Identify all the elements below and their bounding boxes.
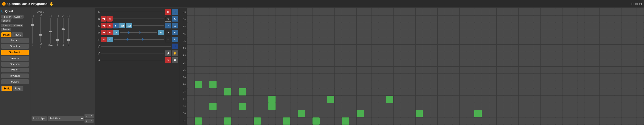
grid-cell[interactable] (622, 59, 629, 66)
grid-cell[interactable] (261, 67, 268, 74)
grid-cell[interactable] (261, 59, 268, 66)
grid-cell[interactable] (496, 45, 504, 52)
grid-cell[interactable] (364, 37, 371, 44)
grid-cell[interactable] (474, 37, 482, 44)
grid-cell[interactable] (401, 67, 408, 74)
grid-cell[interactable] (467, 30, 474, 37)
grid-cell[interactable] (489, 37, 496, 44)
grid-cell[interactable] (379, 67, 386, 74)
grid-cell[interactable] (268, 15, 276, 23)
seq-btn-Z-q2[interactable]: Z (172, 23, 178, 28)
grid-cell[interactable] (445, 96, 452, 103)
grid-cell[interactable] (474, 103, 482, 110)
grid-cell[interactable] (636, 8, 644, 15)
grid-cell[interactable] (585, 118, 592, 125)
grid-cell[interactable] (578, 74, 584, 81)
grid-cell[interactable] (467, 59, 474, 66)
grid-cell[interactable] (312, 15, 320, 23)
grid-cell[interactable] (614, 110, 622, 117)
grid-cell[interactable] (246, 118, 254, 125)
grid-cell[interactable] (254, 37, 261, 44)
grid-cell[interactable] (217, 8, 224, 15)
grid-cell[interactable] (526, 88, 533, 96)
grid-cell[interactable] (460, 67, 467, 74)
grid-cell[interactable] (356, 59, 364, 66)
grid-cell[interactable] (533, 110, 540, 117)
grid-cell[interactable] (401, 103, 408, 110)
grid-cell[interactable] (622, 74, 629, 81)
grid-cell[interactable] (592, 15, 599, 23)
grid-cell[interactable] (327, 45, 334, 52)
grid-cell[interactable] (239, 103, 246, 110)
grid-cell[interactable] (600, 37, 607, 44)
grid-cell[interactable] (548, 103, 555, 110)
grid-cell[interactable] (563, 8, 570, 15)
slider-arrow-4[interactable]: ◁ (56, 15, 58, 18)
grid-cell[interactable] (423, 96, 430, 103)
grid-cell[interactable] (312, 37, 320, 44)
grid-cell[interactable] (578, 59, 584, 66)
grid-cell[interactable] (556, 45, 562, 52)
grid-cell[interactable] (452, 30, 460, 37)
grid-cell[interactable] (585, 52, 592, 59)
grid-cell[interactable] (430, 23, 438, 30)
grid-cell[interactable] (460, 23, 467, 30)
grid-cell[interactable] (379, 118, 386, 125)
grid-cell[interactable] (614, 74, 622, 81)
grid-cell[interactable] (202, 88, 209, 96)
grid-cell[interactable] (452, 96, 460, 103)
grid-cell[interactable] (519, 81, 526, 88)
grid-cell[interactable] (607, 23, 614, 30)
grid-cell[interactable] (474, 81, 482, 88)
grid-cell[interactable] (298, 23, 305, 30)
seq-btn-St-q3[interactable]: St (172, 30, 178, 35)
grid-cell[interactable] (320, 15, 327, 23)
grid-cell[interactable] (195, 45, 202, 52)
grid-cell[interactable] (394, 74, 401, 81)
grid-cell[interactable] (320, 8, 327, 15)
grid-cell[interactable] (504, 23, 511, 30)
nav-cyclea[interactable]: Cycle A (13, 15, 24, 18)
seq-btn-S-q1[interactable]: S (172, 16, 178, 21)
grid-cell[interactable] (246, 74, 254, 81)
grid-cell[interactable] (467, 45, 474, 52)
grid-cell[interactable] (533, 45, 540, 52)
grid-cell[interactable] (452, 37, 460, 44)
grid-cell[interactable] (372, 8, 378, 15)
grid-cell[interactable] (585, 30, 592, 37)
grid-cell[interactable] (548, 15, 555, 23)
grid-cell[interactable] (563, 103, 570, 110)
grid-cell[interactable] (356, 96, 364, 103)
grid-cell[interactable] (482, 8, 489, 15)
grid-cell[interactable] (239, 96, 246, 103)
grid-cell[interactable] (379, 8, 386, 15)
grid-cell[interactable] (261, 8, 268, 15)
grid-cell[interactable] (202, 30, 209, 37)
grid-cell[interactable] (379, 15, 386, 23)
grid-cell[interactable] (290, 118, 298, 125)
nav-transpo[interactable]: Transpo (1, 24, 12, 27)
grid-cell[interactable] (246, 59, 254, 66)
grid-cell[interactable] (312, 30, 320, 37)
grid-cell[interactable] (210, 81, 216, 88)
grid-cell[interactable] (298, 118, 305, 125)
grid-cell[interactable] (254, 118, 261, 125)
grid-cell[interactable] (305, 15, 312, 23)
grid-cell[interactable] (312, 52, 320, 59)
grid-cell[interactable] (452, 110, 460, 117)
grid-cell[interactable] (210, 8, 216, 15)
grid-cell[interactable] (246, 81, 254, 88)
grid-cell[interactable] (232, 81, 238, 88)
grid-cell[interactable] (372, 30, 378, 37)
grid-cell[interactable] (614, 37, 622, 44)
grid-cell[interactable] (342, 59, 349, 66)
grid-cell[interactable] (334, 96, 342, 103)
grid-cell[interactable] (416, 74, 423, 81)
grid-cell[interactable] (195, 37, 202, 44)
grid-cell[interactable] (482, 74, 489, 81)
grid-cell[interactable] (276, 103, 283, 110)
grid-cell[interactable] (334, 30, 342, 37)
grid-cell[interactable] (600, 15, 607, 23)
grid-cell[interactable] (268, 30, 276, 37)
grid-cell[interactable] (239, 118, 246, 125)
